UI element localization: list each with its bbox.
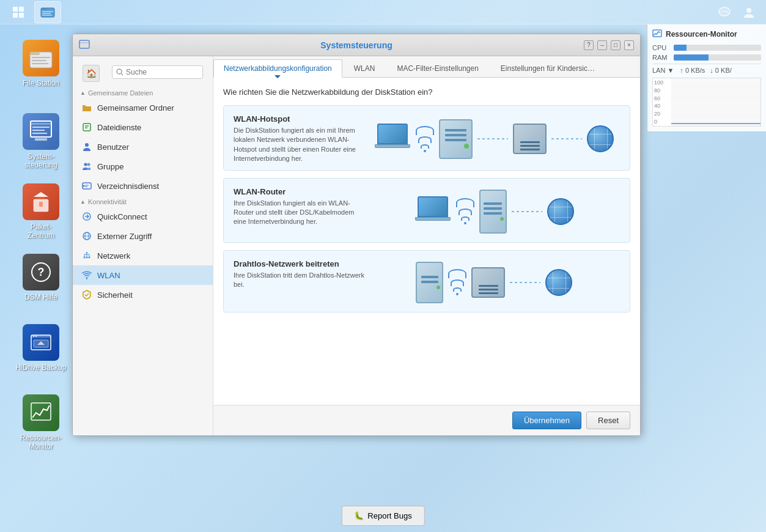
sidebar-section-konnektivitaet[interactable]: ▲ Konnektivität [73,196,213,207]
svg-rect-42 [79,40,89,48]
svg-rect-35 [31,403,51,420]
desktop-icon-paket-zentrum[interactable]: Paket-Zentrum [13,183,68,240]
drahtlos-wifi-icon [448,269,466,295]
user-icon[interactable] [739,2,759,22]
svg-rect-0 [13,7,18,12]
tab-kindersicherung[interactable]: Einstellungen für Kindersic… [490,59,605,78]
tab-netzwerkabbildung[interactable]: Netzwerkabbildungskonfiguration [213,59,342,78]
tab-mac-filter[interactable]: MAC-Filter-Einstellungen [386,59,488,78]
sidebar-item-wlan-label: WLAN [97,271,120,280]
window-title: Systemsteuerung [320,40,392,50]
router-laptop [414,196,451,227]
apply-button[interactable]: Übernehmen [512,412,581,429]
tab-bar: Netzwerkabbildungskonfiguration WLAN MAC… [213,56,640,78]
svg-point-10 [721,10,723,12]
verzeichnisdienst-icon [81,180,92,191]
chat-icon[interactable] [715,2,734,22]
router-nas [479,190,507,234]
desktop-icon-dsm-hilfe-label: DSM Hilfe [13,293,68,301]
reset-button[interactable]: Reset [586,412,630,429]
window-minimize-button[interactable]: – [597,40,607,50]
sidebar-search-input[interactable] [126,68,199,76]
resource-divider [652,64,761,64]
svg-rect-26 [37,197,45,199]
taskbar-grid-button[interactable] [5,1,32,23]
svg-rect-1 [19,7,24,12]
sidebar-section-gemeinsame-dateien[interactable]: ▲ Gemeinsame Dateien [73,87,213,98]
router-globe-icon [547,198,574,225]
desktop-icon-file-station[interactable]: File Station [13,40,68,87]
drahtlos-router [471,267,505,298]
drahtlos-dashed-line [510,282,540,283]
sidebar-item-verzeichnisdienst-label: Verzeichnisdienst [97,182,159,191]
svg-point-51 [87,163,90,166]
svg-rect-17 [32,60,46,61]
sidebar-item-verzeichnisdienst[interactable]: Verzeichnisdienst [73,176,213,196]
externer-zugriff-icon [81,231,92,242]
wifi-arc-1 [421,144,429,149]
taskbar [0,0,766,24]
dashed-line-icon [477,138,508,139]
svg-rect-23 [32,133,47,134]
bug-icon: 🐛 [354,511,364,520]
sidebar-item-netzwerk[interactable]: Netzwerk [73,246,213,265]
svg-rect-46 [83,124,90,131]
router-laptop-base [415,217,451,221]
sidebar-search-box[interactable] [112,65,203,79]
tab-wlan[interactable]: WLAN [344,59,386,78]
window-restore-button[interactable]: □ [611,40,621,50]
wifi-dot [424,150,426,152]
sidebar-item-gruppe-label: Gruppe [97,162,123,171]
desktop-icon-system-control[interactable]: System-steuerung [13,113,68,170]
globe-icon [587,125,614,152]
sidebar-item-dateidienste[interactable]: Dateidienste [73,117,213,137]
report-bugs-button[interactable]: 🐛 Report Bugs [341,506,424,526]
sidebar-item-quickconnect[interactable]: QuickConnect [73,207,213,226]
sidebar-item-externer-zugriff-label: Externer Zugriff [97,232,152,241]
svg-rect-27 [39,202,43,207]
sidebar-item-wlan[interactable]: WLAN [73,265,213,285]
svg-point-32 [33,336,34,337]
taskbar-file-station-button[interactable] [34,1,61,23]
system-window: Systemsteuerung ? – □ × 🏠 [72,34,641,436]
svg-rect-18 [32,63,48,64]
window-help-button[interactable]: ? [584,40,594,50]
svg-rect-21 [32,127,50,128]
desktop-icon-hidrive-backup[interactable]: HiDrive Backup [13,324,68,372]
svg-rect-43 [79,42,89,43]
svg-point-50 [84,163,87,166]
wlan-hotspot-card[interactable]: WLAN-Hotspot Die DiskStation fungiert al… [223,105,630,171]
svg-rect-5 [41,8,47,10]
chart-plot-area [671,78,760,126]
dashed-line-2-icon [551,138,582,139]
content-area: Wie richten Sie die Netzwerkabbildung de… [213,78,640,405]
sidebar-home-button[interactable]: 🏠 [83,65,100,82]
svg-rect-20 [31,123,51,125]
window-close-button[interactable]: × [624,40,634,50]
wlan-router-card[interactable]: WLAN-Router Ihre DiskStation fungiert al… [223,178,630,243]
wlan-router-title: WLAN-Router [234,187,368,196]
drahtlos-card[interactable]: Drahtlos-Netzwerk beitreten Ihre DiskSta… [223,250,630,312]
sidebar-item-benutzer[interactable]: Benutzer [73,137,213,157]
svg-rect-22 [32,130,45,131]
desktop-icon-system-control-label: System-steuerung [13,152,68,170]
svg-line-45 [122,74,123,76]
sidebar-item-benutzer-label: Benutzer [97,142,129,152]
drahtlos-desc: Ihre DiskStation tritt dem Drahtlos-Netz… [234,271,368,290]
tab-active-indicator [274,75,281,78]
gruppe-icon [81,161,92,172]
sidebar-item-gruppe[interactable]: Gruppe [73,157,213,176]
window-controls: ? – □ × [584,40,634,50]
desktop-icon-dsm-hilfe[interactable]: ? DSM Hilfe [13,254,68,301]
tab-kindersicherung-label: Einstellungen für Kindersic… [501,64,595,73]
sidebar-item-gemeinsamer-ordner[interactable]: Gemeinsamer Ordner [73,98,213,117]
sidebar-item-externer-zugriff[interactable]: Externer Zugriff [73,226,213,246]
sicherheit-icon [81,289,92,300]
desktop-icon-ressourcen-monitor[interactable]: Ressourcen-Monitor [13,394,68,451]
drahtlos-title: Drahtlos-Netzwerk beitreten [234,259,368,268]
window-footer: Übernehmen Reset [213,405,640,435]
sidebar-item-sicherheit[interactable]: Sicherheit [73,285,213,305]
cpu-bar-bg [674,45,761,51]
svg-point-33 [35,336,37,337]
sidebar-item-netzwerk-label: Netzwerk [97,251,130,260]
